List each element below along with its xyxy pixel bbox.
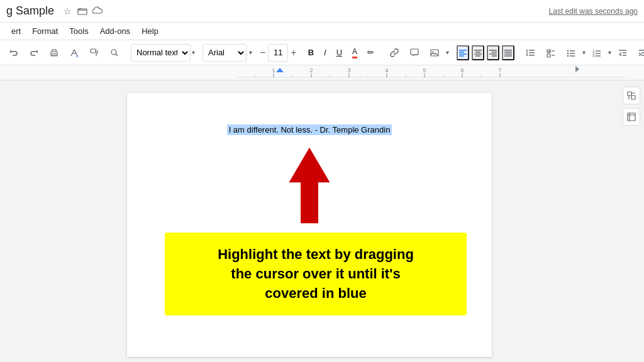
- svg-text:3.: 3.: [592, 54, 596, 58]
- undo-button[interactable]: [5, 44, 23, 62]
- font-chevron: ▾: [249, 49, 252, 56]
- cloud-icon: [92, 6, 103, 17]
- ruler-svg: 1 2 3 4 5 6 7: [236, 66, 626, 80]
- highlight-button[interactable]: ✏: [364, 44, 378, 62]
- svg-rect-0: [78, 9, 87, 14]
- increase-indent-button[interactable]: [634, 44, 644, 62]
- content-area: I am different. Not less. - Dr. Temple G…: [0, 80, 644, 362]
- title-icons: ☆: [62, 6, 103, 17]
- svg-rect-75: [631, 96, 635, 99]
- svg-text:5: 5: [423, 67, 426, 74]
- text-container: I am different. Not less. - Dr. Temple G…: [165, 118, 454, 135]
- doc-title: g Sample: [6, 4, 54, 18]
- svg-marker-72: [575, 66, 579, 72]
- style-select[interactable]: Normal text: [131, 44, 191, 62]
- svg-text:6: 6: [460, 67, 464, 74]
- font-size-input[interactable]: 11: [268, 44, 288, 62]
- svg-point-35: [567, 55, 569, 56]
- instruction-line2: the cursor over it until it's: [231, 266, 400, 282]
- svg-rect-3: [91, 49, 96, 53]
- ruler: 1 2 3 4 5 6 7: [0, 65, 644, 80]
- instruction-line1: Highlight the text by dragging: [218, 246, 414, 262]
- svg-marker-71: [276, 68, 284, 72]
- align-center-button[interactable]: [472, 45, 484, 60]
- svg-marker-73: [289, 148, 330, 224]
- instruction-line3: covered in blue: [265, 285, 366, 301]
- style-chevron: ▾: [192, 49, 195, 56]
- svg-point-4: [111, 50, 116, 55]
- text-color-label: A: [352, 47, 357, 58]
- svg-text:4: 4: [385, 67, 388, 74]
- zoom-button[interactable]: [106, 44, 123, 62]
- align-left-button[interactable]: [457, 45, 469, 60]
- svg-point-31: [567, 50, 569, 51]
- menu-help[interactable]: Help: [136, 25, 164, 37]
- svg-text:1: 1: [272, 67, 275, 74]
- menu-bar: ert Format Tools Add-ons Help: [0, 23, 644, 40]
- font-size-increase[interactable]: +: [291, 44, 296, 62]
- instruction-text: Highlight the text by dragging the curso…: [184, 245, 448, 303]
- font-size-decrease[interactable]: −: [260, 44, 265, 62]
- bullet-chevron: ▾: [582, 49, 586, 56]
- bold-button[interactable]: B: [304, 44, 318, 62]
- folder-icon[interactable]: [77, 6, 88, 17]
- print-button[interactable]: [45, 44, 63, 62]
- align-justify-button[interactable]: [502, 45, 514, 60]
- svg-text:7: 7: [498, 67, 501, 74]
- menu-tools[interactable]: Tools: [64, 25, 93, 37]
- image-button[interactable]: [426, 44, 443, 62]
- up-arrow-svg: [284, 145, 335, 226]
- menu-insert[interactable]: ert: [6, 25, 26, 37]
- svg-point-33: [567, 52, 569, 53]
- numbered-list-button[interactable]: 1.2.3.: [588, 44, 606, 62]
- menu-addons[interactable]: Add-ons: [95, 25, 135, 37]
- comment-button[interactable]: [406, 44, 423, 62]
- font-select[interactable]: Arial: [203, 44, 247, 62]
- sidebar-icon-1[interactable]: [623, 87, 640, 104]
- link-button[interactable]: [386, 44, 403, 62]
- bullet-list-button[interactable]: [562, 44, 580, 62]
- doc-page: I am different. Not less. - Dr. Temple G…: [127, 93, 492, 357]
- last-edit[interactable]: Last edit was seconds ago: [549, 7, 638, 16]
- decrease-indent-button[interactable]: [614, 44, 631, 62]
- doc-container: I am different. Not less. - Dr. Temple G…: [0, 80, 619, 362]
- checklist-button[interactable]: [542, 44, 560, 62]
- sidebar-icon-2[interactable]: [623, 108, 640, 126]
- menu-format[interactable]: Format: [27, 25, 63, 37]
- svg-rect-5: [411, 49, 418, 55]
- spellcheck-button[interactable]: [65, 44, 83, 62]
- title-bar-left: g Sample ☆: [6, 4, 103, 18]
- paint-format-button[interactable]: [86, 44, 103, 62]
- svg-rect-29: [547, 54, 550, 57]
- star-icon[interactable]: ☆: [62, 6, 73, 17]
- image-chevron: ▾: [446, 49, 449, 56]
- align-right-button[interactable]: [487, 45, 499, 60]
- svg-text:2: 2: [309, 67, 313, 74]
- instruction-box: Highlight the text by dragging the curso…: [165, 233, 467, 315]
- italic-button[interactable]: I: [320, 44, 330, 62]
- svg-rect-2: [52, 53, 56, 55]
- numbered-chevron: ▾: [608, 49, 611, 56]
- highlight-icon: ✏: [367, 48, 374, 57]
- right-sidebar: [619, 80, 644, 362]
- toolbar: Normal text ▾ Arial ▾ − 11 + B I U A ✏ ▾: [0, 40, 644, 65]
- title-bar: g Sample ☆ Last edit was seconds ago: [0, 0, 644, 23]
- selected-text[interactable]: I am different. Not less. - Dr. Temple G…: [227, 124, 392, 135]
- underline-button[interactable]: U: [333, 44, 346, 62]
- arrow-container: [165, 145, 454, 226]
- line-spacing-button[interactable]: [522, 44, 540, 62]
- svg-rect-74: [628, 92, 631, 96]
- svg-text:3: 3: [347, 67, 350, 74]
- redo-button[interactable]: [25, 44, 43, 62]
- text-color-button[interactable]: A: [348, 44, 361, 62]
- svg-point-7: [433, 51, 434, 52]
